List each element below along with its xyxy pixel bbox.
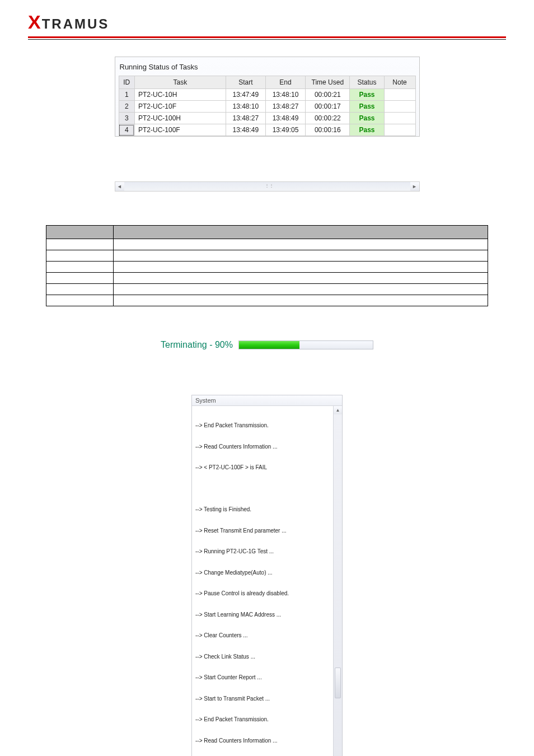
brand-rest: TRAMUS xyxy=(42,16,110,32)
log-line: --> < PT2-UC-100F > is FAIL xyxy=(195,464,330,472)
table-row xyxy=(46,262,488,273)
log-line: --> Check Link Status ... xyxy=(195,654,330,661)
table-row[interactable]: 4 PT2-UC-100F 13:48:49 13:49:05 00:00:16… xyxy=(119,124,415,136)
cell-end: 13:49:05 xyxy=(265,124,305,136)
table-row xyxy=(46,239,488,250)
log-line: --> Start Learning MAC Address ... xyxy=(195,612,330,619)
cell-status: Pass xyxy=(350,101,384,113)
definition-table xyxy=(46,225,488,306)
header-rule-red xyxy=(28,36,506,38)
tasks-th-task[interactable]: Task xyxy=(134,76,226,89)
cell-start: 13:48:10 xyxy=(226,101,265,113)
cell-status: Pass xyxy=(350,113,384,124)
log-line xyxy=(195,486,330,493)
terminating-label: Terminating - 90% xyxy=(161,340,233,350)
def-cell xyxy=(114,273,488,284)
cell-id: 2 xyxy=(119,101,134,113)
tasks-th-start[interactable]: Start xyxy=(226,76,265,89)
log-line: --> Testing is Finished. xyxy=(195,506,330,514)
log-line: --> End Packet Transmission. xyxy=(195,422,330,430)
brand-letter-x: X xyxy=(28,11,41,33)
cell-task: PT2-UC-100F xyxy=(134,124,226,136)
tasks-th-id[interactable]: ID xyxy=(119,76,134,89)
cell-end: 13:48:27 xyxy=(265,101,305,113)
log-line: --> Read Counters Information ... xyxy=(195,738,330,745)
def-cell xyxy=(114,250,488,262)
cell-used: 00:00:21 xyxy=(306,89,350,101)
def-th-1 xyxy=(114,226,488,239)
log-line: --> End Packet Transmission. xyxy=(195,716,330,724)
tasks-th-end[interactable]: End xyxy=(265,76,305,89)
scroll-left-icon[interactable]: ◄ xyxy=(115,182,124,191)
tasks-title: Running Status of Tasks xyxy=(119,60,416,76)
tasks-th-note[interactable]: Note xyxy=(384,76,415,89)
table-row xyxy=(46,250,488,262)
cell-task: PT2-UC-10F xyxy=(134,101,226,113)
scroll-up-icon[interactable]: ▲ xyxy=(334,406,342,414)
system-v-scrollbar[interactable]: ▲ ▼ xyxy=(333,406,342,756)
log-line: --> Start to Transmit Packet ... xyxy=(195,696,330,703)
table-row xyxy=(46,273,488,284)
tasks-panel: Running Status of Tasks ID Task Start En… xyxy=(115,57,420,137)
system-title: System xyxy=(192,395,342,406)
log-line: --> Clear Counters ... xyxy=(195,632,330,640)
cell-start: 13:47:49 xyxy=(226,89,265,101)
system-log: --> End Packet Transmission. --> Read Co… xyxy=(192,406,333,756)
log-line: --> Change Mediatype(Auto) ... xyxy=(195,570,330,577)
cell-status: Pass xyxy=(350,124,384,136)
cell-end: 13:48:49 xyxy=(265,113,305,124)
cell-note xyxy=(384,101,415,113)
progress-bar xyxy=(238,340,373,349)
cell-note xyxy=(384,113,415,124)
header-rule-dark xyxy=(28,39,506,40)
cell-end: 13:48:10 xyxy=(265,89,305,101)
log-line: --> Pause Control is already disabled. xyxy=(195,590,330,598)
log-line: --> Reset Transmit End parameter ... xyxy=(195,528,330,535)
cell-used: 00:00:17 xyxy=(306,101,350,113)
tasks-h-scrollbar[interactable]: ◄ ⋮⋮ ► xyxy=(115,181,420,192)
tasks-th-status[interactable]: Status xyxy=(350,76,384,89)
scroll-right-icon[interactable]: ► xyxy=(410,182,419,191)
cell-id: 3 xyxy=(119,113,134,124)
cell-task: PT2-UC-10H xyxy=(134,89,226,101)
cell-task: PT2-UC-100H xyxy=(134,113,226,124)
cell-id: 1 xyxy=(119,89,134,101)
cell-start: 13:48:27 xyxy=(226,113,265,124)
log-line: --> Start Counter Report ... xyxy=(195,674,330,682)
cell-note xyxy=(384,124,415,136)
scroll-thumb[interactable] xyxy=(335,668,341,698)
def-cell xyxy=(46,262,114,273)
tasks-table: ID Task Start End Time Used Status Note … xyxy=(119,76,416,136)
cell-note xyxy=(384,89,415,101)
log-line: --> Read Counters Information ... xyxy=(195,444,330,451)
table-row[interactable]: 2 PT2-UC-10F 13:48:10 13:48:27 00:00:17 … xyxy=(119,101,415,113)
scroll-track[interactable] xyxy=(334,414,342,756)
cell-start: 13:48:49 xyxy=(226,124,265,136)
tasks-th-used[interactable]: Time Used xyxy=(306,76,350,89)
def-cell xyxy=(46,250,114,262)
cell-status: Pass xyxy=(350,89,384,101)
brand-logo: X TRAMUS xyxy=(28,11,506,33)
progress-fill xyxy=(239,341,299,349)
table-row xyxy=(46,295,488,306)
table-row xyxy=(46,284,488,295)
progress-remaining xyxy=(299,341,373,349)
table-row[interactable]: 1 PT2-UC-10H 13:47:49 13:48:10 00:00:21 … xyxy=(119,89,415,101)
scroll-track[interactable]: ⋮⋮ xyxy=(124,182,410,191)
def-cell xyxy=(114,262,488,273)
cell-id: 4 xyxy=(119,124,134,136)
cell-used: 00:00:16 xyxy=(306,124,350,136)
def-cell xyxy=(114,295,488,306)
def-cell xyxy=(46,273,114,284)
log-line: --> Running PT2-UC-1G Test ... xyxy=(195,548,330,556)
terminating-row: Terminating - 90% xyxy=(161,340,373,350)
def-cell xyxy=(46,284,114,295)
def-cell xyxy=(114,239,488,250)
def-cell xyxy=(46,239,114,250)
def-th-0 xyxy=(46,226,114,239)
system-panel: System --> End Packet Transmission. --> … xyxy=(191,395,343,756)
table-row[interactable]: 3 PT2-UC-100H 13:48:27 13:48:49 00:00:22… xyxy=(119,113,415,124)
scroll-thumb-icon[interactable]: ⋮⋮ xyxy=(265,183,269,190)
def-cell xyxy=(114,284,488,295)
cell-used: 00:00:22 xyxy=(306,113,350,124)
